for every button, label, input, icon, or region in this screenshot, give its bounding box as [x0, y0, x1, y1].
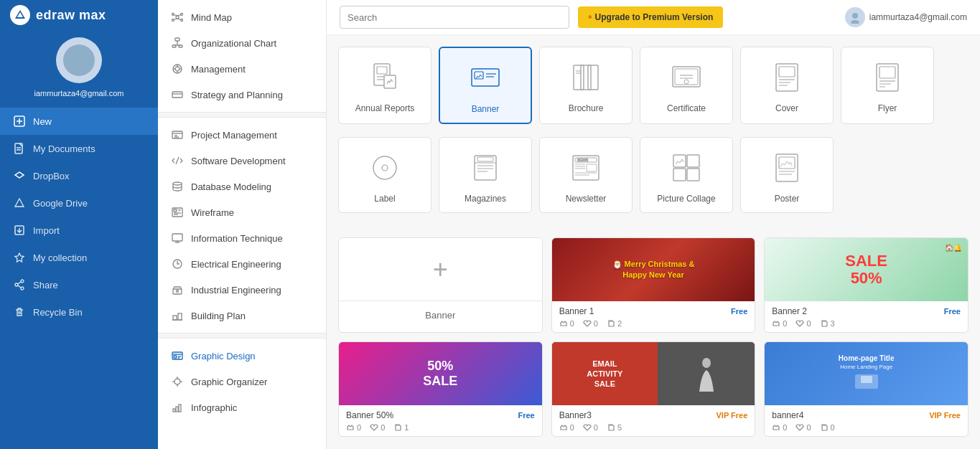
template-type-poster[interactable]: Poster: [740, 137, 834, 213]
banner1-hearts: 0: [583, 319, 598, 328]
import-icon: [13, 224, 26, 237]
category-label: Infographic: [191, 402, 237, 413]
new-banner-thumb: +: [339, 238, 542, 301]
template-type-section: Annual Reports Banner: [327, 35, 980, 237]
search-input[interactable]: [340, 6, 569, 29]
svg-point-56: [177, 290, 179, 293]
template-type-brochure[interactable]: Brochure: [539, 47, 633, 124]
banner3-img-part: [658, 342, 755, 405]
svg-rect-118: [587, 164, 597, 171]
cover-icon: [768, 59, 806, 96]
section-divider-2: [158, 333, 326, 339]
svg-rect-71: [176, 407, 178, 412]
plus-icon: +: [433, 255, 448, 285]
category-group-3: Graphic Design Graphic Organizer Infogra…: [158, 339, 326, 425]
avatar: [56, 37, 102, 83]
category-org-chart[interactable]: Organizational Chart: [158, 30, 326, 56]
template-type-label: Annual Reports: [355, 103, 415, 113]
banner-sale-text: SALE50%: [845, 252, 887, 287]
sidebar-item-dropbox[interactable]: DropBox: [0, 162, 158, 189]
user-email-topbar: iammurtaza4@gmail.com: [869, 12, 967, 22]
upgrade-button[interactable]: Upgrade to Premium Version: [578, 6, 723, 28]
sidebar-item-import[interactable]: Import: [0, 217, 158, 244]
sidebar-logo: edraw max: [0, 0, 158, 30]
user-avatar-small: [845, 7, 865, 27]
user-profile: iammurtaza4@gmail.com: [0, 30, 158, 108]
category-software-dev[interactable]: Software Development: [158, 148, 326, 174]
svg-rect-72: [179, 405, 181, 412]
template-type-magazines[interactable]: Magazines: [439, 137, 532, 213]
banner2-card[interactable]: SALE50% 🏠🔔 Banner 2 Free 0: [764, 237, 969, 333]
new-icon: [13, 115, 26, 128]
category-electrical[interactable]: Electrical Engineering: [158, 251, 326, 277]
new-banner-card[interactable]: + Banner: [338, 237, 543, 333]
brochure-icon: [567, 59, 605, 96]
template-type-label[interactable]: Label: [338, 137, 431, 213]
category-group-2: Project Management Software Development …: [158, 118, 326, 333]
svg-point-0: [75, 53, 83, 62]
banner4-card[interactable]: Home-page TitleHome Landing Page banner4…: [764, 341, 969, 437]
sidebar-item-my-documents[interactable]: My Documents: [0, 135, 158, 162]
template-type-newsletter[interactable]: NEWS Newsletter: [539, 137, 633, 213]
template-type-label: Banner: [472, 104, 500, 114]
org-chart-icon: [171, 37, 184, 49]
template-type-banner[interactable]: Banner: [439, 47, 532, 124]
sidebar-my-collection-label: My collection: [33, 252, 87, 263]
category-mind-map[interactable]: Mind Map: [158, 4, 326, 30]
svg-point-45: [173, 182, 182, 185]
category-building[interactable]: Building Plan: [158, 303, 326, 329]
svg-point-32: [175, 67, 179, 71]
category-label: Project Management: [191, 130, 277, 141]
category-panel: Mind Map Organizational Chart Manageme: [158, 0, 327, 449]
svg-rect-62: [174, 356, 177, 358]
svg-rect-95: [779, 67, 795, 77]
banner1-card[interactable]: 🎅 Merry Christmas &Happy New Year Banner…: [551, 237, 756, 333]
sidebar-item-new[interactable]: New: [0, 108, 158, 135]
annual-reports-icon: [366, 59, 403, 96]
svg-rect-122: [687, 155, 699, 167]
sidebar-item-google-drive[interactable]: Google Drive: [0, 189, 158, 217]
sidebar-item-recycle-bin[interactable]: Recycle Bin: [0, 298, 158, 326]
category-wireframe[interactable]: Wireframe: [158, 199, 326, 225]
template-type-flyer[interactable]: Flyer: [841, 47, 934, 124]
graphic-organizer-icon: [171, 375, 184, 388]
svg-point-104: [373, 156, 396, 179]
category-industrial[interactable]: Industrial Engineering: [158, 277, 326, 303]
template-type-annual-reports[interactable]: Annual Reports: [338, 47, 431, 124]
newsletter-icon: NEWS: [567, 149, 605, 186]
template-type-label: Brochure: [569, 103, 604, 113]
project-mgmt-icon: [171, 128, 184, 141]
category-strategy[interactable]: Strategy and Planning: [158, 82, 326, 108]
svg-point-132: [702, 358, 711, 368]
banner3-card[interactable]: EMAILACTIVITYSALE Banner3 VIP Free: [551, 341, 756, 437]
svg-line-26: [177, 19, 181, 20]
category-project-mgmt[interactable]: Project Management: [158, 122, 326, 148]
svg-rect-38: [172, 92, 182, 98]
template-type-certificate[interactable]: Certificate: [640, 47, 733, 124]
user-info: iammurtaza4@gmail.com: [845, 7, 967, 27]
banner4-stats: 0 0 0: [772, 423, 961, 432]
banner-fifty-card[interactable]: 50%SALE Banner 50% Free 0 0: [338, 341, 543, 437]
banner1-stats: 0 0 2: [559, 319, 748, 328]
svg-rect-84: [574, 65, 584, 90]
svg-rect-124: [687, 169, 699, 181]
sidebar-item-share[interactable]: Share: [0, 271, 158, 298]
svg-line-25: [177, 15, 181, 16]
category-info-tech[interactable]: Information Technique: [158, 225, 326, 251]
template-type-grid: Annual Reports Banner: [338, 47, 969, 124]
category-graphic-organizer[interactable]: Graphic Organizer: [158, 369, 326, 394]
banner-icon: [467, 60, 504, 97]
template-type-cover[interactable]: Cover: [740, 47, 834, 124]
category-label: Organizational Chart: [191, 38, 276, 49]
recycle-bin-icon: [13, 306, 26, 318]
sidebar-item-my-collection[interactable]: My collection: [0, 244, 158, 271]
magazines-icon: [467, 149, 504, 186]
sidebar-google-drive-label: Google Drive: [33, 198, 88, 209]
banner2-title: Banner 2: [772, 306, 807, 316]
category-database[interactable]: Database Modeling: [158, 174, 326, 199]
category-management[interactable]: Management: [158, 56, 326, 82]
svg-point-1: [72, 63, 86, 72]
category-infographic[interactable]: Infographic: [158, 394, 326, 420]
category-graphic-design[interactable]: Graphic Design: [158, 343, 326, 369]
template-type-picture-collage[interactable]: Picture Collage: [640, 137, 733, 213]
